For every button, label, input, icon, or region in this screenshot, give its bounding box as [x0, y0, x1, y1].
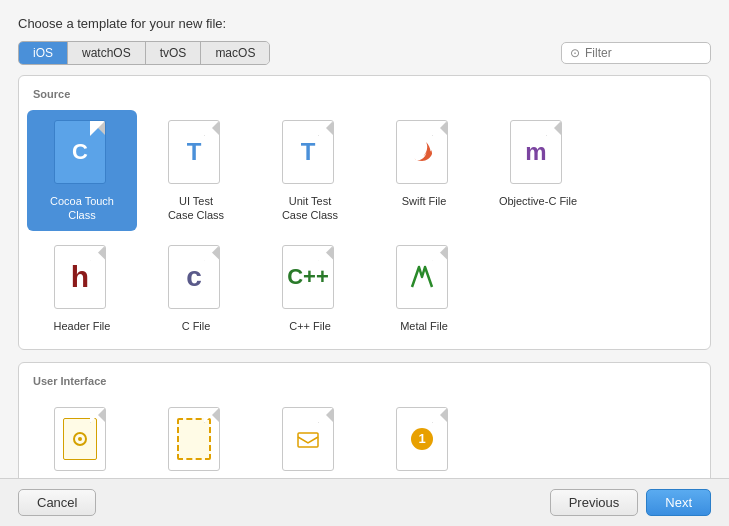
empty-icon-wrap: [282, 407, 338, 475]
tab-ios[interactable]: iOS: [19, 42, 68, 64]
ui-test-class-item[interactable]: T UI TestCase Class: [141, 110, 251, 231]
swift-icon: [396, 120, 452, 188]
cocoa-touch-class-item[interactable]: C Cocoa TouchClass: [27, 110, 137, 231]
source-section: Source C Cocoa TouchClass T: [18, 75, 711, 350]
objc-file-label: Objective-C File: [499, 194, 577, 208]
filter-box[interactable]: ⊙: [561, 42, 711, 64]
swift-file-label: Swift File: [402, 194, 447, 208]
empty-item[interactable]: Empty: [255, 397, 365, 478]
footer: Cancel Previous Next: [0, 478, 729, 526]
cocoa-icon: C: [54, 120, 110, 188]
launch-screen-item[interactable]: 1 Launch Screen: [369, 397, 479, 478]
c-file-label: C File: [182, 319, 211, 333]
tab-tvos[interactable]: tvOS: [146, 42, 202, 64]
ui-test-label: UI TestCase Class: [168, 194, 224, 223]
storyboard-icon-wrap: [54, 407, 110, 475]
header-title: Choose a template for your new file:: [18, 16, 226, 31]
metal-file-label: Metal File: [400, 319, 448, 333]
dialog: Choose a template for your new file: iOS…: [0, 0, 729, 526]
c-icon: c: [168, 245, 224, 313]
view-item[interactable]: View: [141, 397, 251, 478]
launch-screen-icon-wrap: 1: [396, 407, 452, 475]
platform-tabs: iOS watchOS tvOS macOS: [18, 41, 270, 65]
user-interface-section: User Interface Storyboard: [18, 362, 711, 478]
swift-file-item[interactable]: Swift File: [369, 110, 479, 231]
launch-badge: 1: [411, 428, 433, 450]
unit-test-class-item[interactable]: T Unit TestCase Class: [255, 110, 365, 231]
filter-input[interactable]: [585, 46, 702, 60]
user-interface-title: User Interface: [27, 375, 702, 387]
cpp-file-item[interactable]: C++ C++ File: [255, 235, 365, 341]
ui-test-icon: T: [168, 120, 224, 188]
ui-grid: Storyboard View: [27, 397, 702, 478]
empty-svg: [292, 423, 324, 455]
metal-svg: [407, 262, 437, 292]
source-grid-row1: C Cocoa TouchClass T UI TestCase Class: [27, 110, 702, 231]
previous-button[interactable]: Previous: [550, 489, 639, 516]
tab-macos[interactable]: macOS: [201, 42, 269, 64]
storyboard-item[interactable]: Storyboard: [27, 397, 137, 478]
cocoa-touch-label: Cocoa TouchClass: [50, 194, 114, 223]
cpp-file-label: C++ File: [289, 319, 331, 333]
header-icon: h: [54, 245, 110, 313]
swift-svg: [406, 136, 438, 168]
content-area: Source C Cocoa TouchClass T: [0, 65, 729, 478]
svg-rect-0: [298, 433, 318, 447]
view-icon-wrap: [168, 407, 224, 475]
header-file-label: Header File: [54, 319, 111, 333]
tab-watchos[interactable]: watchOS: [68, 42, 146, 64]
c-file-item[interactable]: c C File: [141, 235, 251, 341]
objc-file-item[interactable]: m Objective-C File: [483, 110, 593, 231]
dialog-header: Choose a template for your new file:: [0, 0, 729, 41]
nav-buttons: Previous Next: [550, 489, 711, 516]
metal-file-item[interactable]: Metal File: [369, 235, 479, 341]
filter-icon: ⊙: [570, 46, 580, 60]
next-button[interactable]: Next: [646, 489, 711, 516]
cpp-icon: C++: [282, 245, 338, 313]
unit-test-icon: T: [282, 120, 338, 188]
source-section-title: Source: [27, 88, 702, 100]
tabs-bar: iOS watchOS tvOS macOS ⊙: [0, 41, 729, 65]
cancel-button[interactable]: Cancel: [18, 489, 96, 516]
unit-test-label: Unit TestCase Class: [282, 194, 338, 223]
metal-icon: [396, 245, 452, 313]
source-grid-row2: h Header File c C File: [27, 235, 702, 341]
objc-icon: m: [510, 120, 566, 188]
header-file-item[interactable]: h Header File: [27, 235, 137, 341]
